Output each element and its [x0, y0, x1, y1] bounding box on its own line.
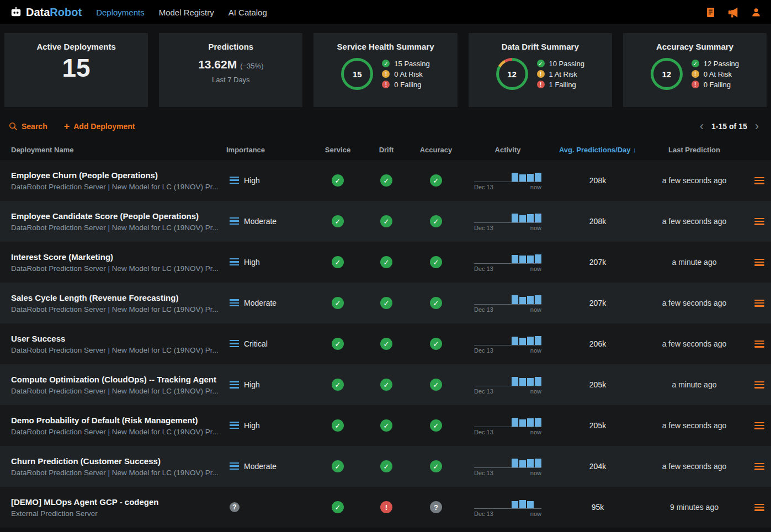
header-accuracy[interactable]: Accuracy — [411, 146, 461, 154]
importance-icon — [230, 258, 239, 266]
row-menu-icon[interactable] — [754, 381, 764, 389]
donut-value: 12 — [499, 61, 525, 87]
service-status-icon — [332, 215, 344, 227]
row-menu-icon[interactable] — [754, 422, 764, 429]
drift-status-icon — [380, 174, 392, 187]
table-row[interactable]: Demo Probability of Default (Risk Manage… — [0, 405, 771, 446]
activity-start-label: Dec 13 — [474, 510, 493, 517]
header-activity[interactable]: Activity — [461, 146, 554, 154]
last-prediction-value: a few seconds ago — [641, 339, 747, 348]
deployment-name-link[interactable]: Churn Prediction (Customer Success) — [11, 456, 161, 466]
prev-page-icon[interactable] — [700, 120, 704, 132]
deployment-name-link[interactable]: Demo Probability of Default (Risk Manage… — [11, 416, 198, 425]
row-menu-icon[interactable] — [754, 300, 764, 307]
table-row[interactable]: Churn Prediction (Customer Success) Data… — [0, 446, 771, 487]
activity-end-label: now — [530, 510, 541, 517]
sort-desc-icon — [631, 146, 637, 154]
search-icon — [9, 122, 18, 131]
header-service[interactable]: Service — [313, 146, 362, 154]
row-menu-icon[interactable] — [754, 341, 764, 348]
last-prediction-value: a few seconds ago — [641, 299, 747, 307]
search-button[interactable]: Search — [9, 122, 47, 131]
activity-start-label: Dec 13 — [474, 388, 493, 395]
activity-sparkline — [474, 375, 541, 386]
app-window: DataRobot Deployments Model Registry AI … — [0, 0, 771, 532]
nav-deployments[interactable]: Deployments — [96, 8, 145, 17]
table-row[interactable]: Sales Cycle Length (Revenue Forecasting)… — [0, 283, 771, 323]
activity-start-label: Dec 13 — [474, 429, 493, 435]
row-menu-icon[interactable] — [754, 463, 764, 470]
announcements-icon[interactable] — [727, 7, 739, 18]
activity-sparkline — [474, 253, 541, 264]
card-title: Active Deployments — [36, 42, 115, 51]
deployment-subtitle: DataRobot Prediction Server | New Model … — [11, 183, 219, 191]
activity-bars — [512, 295, 541, 304]
add-deployment-button[interactable]: Add Deployment — [64, 121, 135, 131]
datarobot-logo[interactable]: DataRobot — [10, 6, 82, 19]
activity-end-label: now — [530, 347, 541, 354]
card-predictions: Predictions 13.62M (−35%) Last 7 Days — [159, 33, 302, 107]
table-row[interactable]: Employee Candidate Score (People Operati… — [0, 201, 771, 242]
row-menu-icon[interactable] — [754, 218, 764, 225]
avg-predictions-value: 207k — [554, 299, 641, 307]
data-drift-donut: 12 — [496, 58, 528, 90]
legend-label: 10 Passing — [549, 60, 584, 68]
service-status-icon — [332, 419, 344, 432]
activity-chart: Dec 13 now — [461, 171, 554, 190]
card-data-drift: Data Drift Summary 12 10 Passing 1 At Ri… — [469, 33, 612, 107]
row-menu-icon[interactable] — [754, 259, 764, 266]
row-menu-icon[interactable] — [754, 504, 764, 511]
service-status-icon — [332, 460, 344, 472]
accuracy-status-icon — [430, 419, 442, 432]
last-prediction-value: a few seconds ago — [641, 462, 747, 471]
row-menu-icon[interactable] — [754, 177, 764, 184]
accuracy-status-icon — [430, 297, 442, 309]
legend-label: 0 Failing — [704, 81, 731, 89]
release-notes-icon[interactable] — [706, 7, 715, 18]
deployment-name-link[interactable]: Employee Candidate Score (People Operati… — [11, 211, 199, 221]
deployment-subtitle: DataRobot Prediction Server | New Model … — [11, 387, 219, 395]
legend-label: 0 Failing — [394, 81, 421, 89]
header-last-prediction[interactable]: Last Prediction — [641, 146, 747, 154]
activity-sparkline — [474, 294, 541, 305]
table-row[interactable]: User Success DataRobot Prediction Server… — [0, 323, 771, 364]
user-icon[interactable] — [751, 7, 761, 17]
activity-sparkline — [474, 498, 541, 509]
service-status-icon — [332, 338, 344, 350]
table-row[interactable]: Employee Churn (People Operations) DataR… — [0, 160, 771, 201]
table-row[interactable]: Interest Score (Marketing) DataRobot Pre… — [0, 242, 771, 283]
table-row[interactable]: [DEMO] MLOps Agent GCP - codegen Externa… — [0, 487, 771, 528]
pagination: 1-15 of 15 — [700, 120, 759, 132]
header-importance[interactable]: Importance — [226, 146, 313, 154]
deployment-name-link[interactable]: User Success — [11, 334, 65, 343]
header-drift[interactable]: Drift — [362, 146, 411, 154]
legend-label: 1 At Risk — [549, 70, 577, 78]
deployment-name-link[interactable]: [DEMO] MLOps Agent GCP - codegen — [11, 497, 159, 507]
table-row[interactable]: Compute Optimization (CloudOps) -- Track… — [0, 364, 771, 405]
predictions-period: Last 7 Days — [212, 76, 250, 84]
deployment-name-link[interactable]: Interest Score (Marketing) — [11, 252, 113, 262]
drift-status-icon — [380, 460, 392, 472]
header-deployment-name[interactable]: Deployment Name — [0, 146, 226, 154]
importance-icon — [230, 340, 239, 348]
activity-start-label: Dec 13 — [474, 306, 493, 313]
activity-sparkline — [474, 212, 541, 223]
deployment-subtitle: DataRobot Prediction Server | New Model … — [11, 469, 219, 477]
nav-model-registry[interactable]: Model Registry — [159, 8, 214, 17]
card-active-deployments: Active Deployments 15 — [4, 33, 148, 107]
nav-ai-catalog[interactable]: AI Catalog — [228, 8, 267, 17]
service-status-icon — [332, 379, 344, 391]
passing-icon — [537, 60, 545, 67]
deployment-name-link[interactable]: Compute Optimization (CloudOps) -- Track… — [11, 375, 216, 384]
card-title: Predictions — [208, 42, 253, 51]
next-page-icon[interactable] — [755, 120, 759, 132]
importance-label: High — [244, 176, 260, 185]
deployment-name-link[interactable]: Employee Churn (People Operations) — [11, 171, 158, 180]
accuracy-status-icon — [430, 501, 442, 513]
activity-end-label: now — [530, 470, 541, 476]
service-health-donut: 15 — [341, 58, 373, 90]
failing-icon — [692, 81, 699, 88]
deployment-name-link[interactable]: Sales Cycle Length (Revenue Forecasting) — [11, 293, 178, 302]
header-avg-predictions[interactable]: Avg. Predictions/Day — [554, 146, 641, 154]
activity-start-label: Dec 13 — [474, 265, 493, 272]
